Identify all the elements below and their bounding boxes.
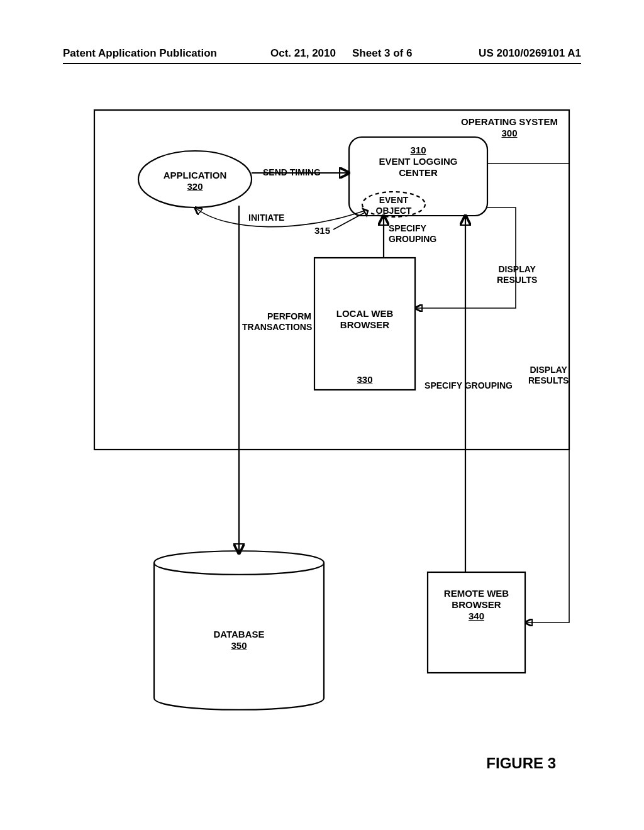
rwb-title: REMOTE WEB BROWSER	[444, 588, 509, 610]
edge-label-specify-grouping-remote: SPECIFY GROUPING	[418, 380, 519, 391]
edge-label-specify-grouping: SPECIFY GROUPING	[389, 223, 436, 245]
db-title: DATABASE	[213, 629, 264, 639]
header-date: Oct. 21, 2010	[270, 47, 336, 60]
header-pubno: US 2010/0269101 A1	[479, 47, 581, 60]
elc-title: EVENT LOGGING CENTER	[379, 156, 457, 178]
figure-caption: FIGURE 3	[486, 755, 556, 772]
db-ref: 350	[231, 640, 247, 651]
lwb-ref: 330	[314, 374, 415, 385]
edge-label-display-results-remote: DISPLAY RESULTS	[528, 365, 569, 386]
db-label: DATABASE 350	[154, 629, 324, 651]
edge-label-initiate: INITIATE	[248, 213, 284, 223]
elc-ref: 310	[410, 145, 426, 155]
rwb-label: REMOTE WEB BROWSER 340	[428, 588, 525, 622]
lwb-title: LOCAL WEB BROWSER	[336, 308, 394, 330]
rwb-box	[428, 572, 525, 673]
edge-label-display-results: DISPLAY RESULTS	[497, 264, 537, 285]
ref-315-leader	[333, 213, 365, 230]
edge-display-results-remote	[487, 163, 569, 622]
edge-label-send-timing: SEND TIMING	[263, 167, 321, 178]
elc-label: 310 EVENT LOGGING CENTER	[349, 145, 487, 179]
header-sheet: Sheet 3 of 6	[352, 47, 412, 60]
os-title: OPERATING SYSTEM 300	[459, 116, 560, 139]
os-ref: 300	[501, 128, 517, 138]
lwb-label: LOCAL WEB BROWSER	[314, 308, 415, 331]
event-object-label: EVENT OBJECT	[369, 195, 419, 216]
edge-display-results-local	[415, 208, 516, 308]
application-label: APPLICATION 320	[151, 170, 239, 192]
edge-label-perform-tx: PERFORM TRANSACTIONS	[242, 311, 311, 333]
header-rule	[63, 63, 581, 64]
db-cylinder-top	[154, 563, 324, 575]
application-ref: 320	[187, 181, 203, 192]
event-object-ref: 315	[314, 225, 330, 236]
rwb-ref: 340	[469, 611, 484, 621]
application-title: APPLICATION	[164, 170, 227, 180]
os-title-text: OPERATING SYSTEM	[461, 116, 558, 127]
header-left: Patent Application Publication	[63, 47, 217, 60]
